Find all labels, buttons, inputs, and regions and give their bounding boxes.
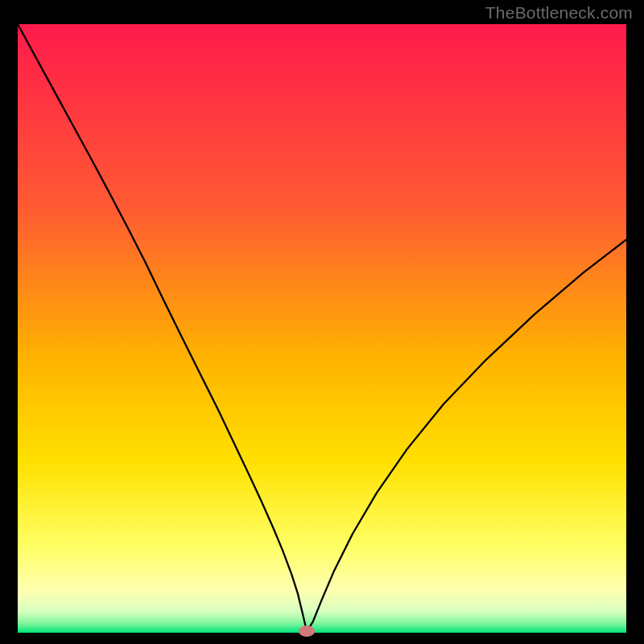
- minimum-marker: [299, 625, 315, 637]
- plot-background: [18, 24, 626, 633]
- bottleneck-chart: [0, 0, 644, 644]
- chart-frame: TheBottleneck.com: [0, 0, 644, 644]
- watermark-text: TheBottleneck.com: [485, 3, 633, 23]
